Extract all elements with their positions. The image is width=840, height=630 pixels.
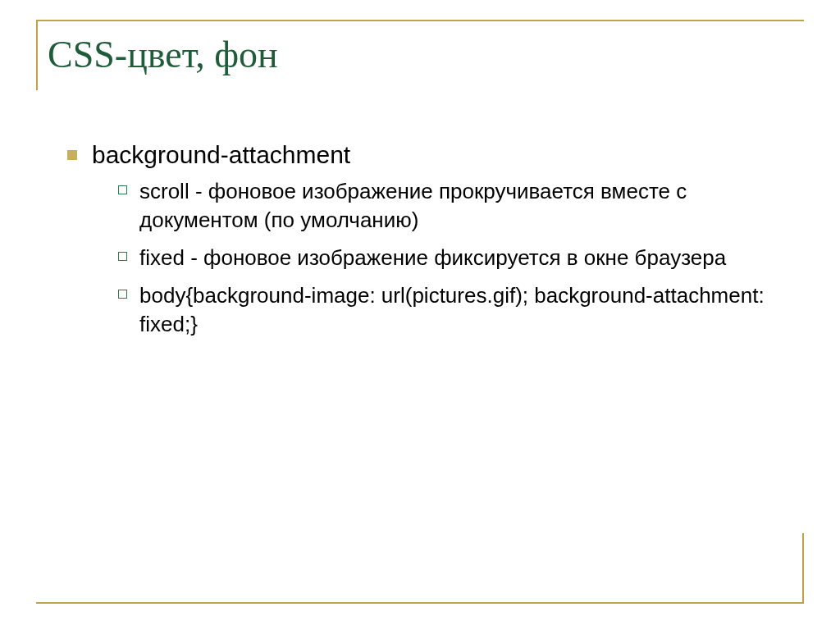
list-item: body{background-image: url(pictures.gif)… <box>116 281 786 338</box>
frame-line-left <box>36 20 38 90</box>
bullet-list-level2: scroll - фоновое изображение прокручивае… <box>92 177 786 338</box>
frame-line-right <box>802 533 804 604</box>
frame-line-bottom <box>36 602 804 604</box>
slide-content: background-attachment scroll - фоновое и… <box>64 139 786 349</box>
list-item: fixed - фоновое изображение фиксируется … <box>116 244 786 272</box>
list-item-label: body{background-image: url(pictures.gif)… <box>139 283 765 336</box>
frame-line-top <box>36 20 804 21</box>
list-item: scroll - фоновое изображение прокручивае… <box>116 177 786 234</box>
list-item-label: scroll - фоновое изображение прокручивае… <box>139 179 687 231</box>
bullet-list-level1: background-attachment scroll - фоновое и… <box>64 139 786 338</box>
slide-title: CSS-цвет, фон <box>48 33 278 76</box>
list-item-label: background-attachment <box>92 141 350 168</box>
slide: CSS-цвет, фон background-attachment scro… <box>0 0 840 630</box>
list-item-label: fixed - фоновое изображение фиксируется … <box>139 245 726 270</box>
list-item: background-attachment scroll - фоновое и… <box>64 139 786 338</box>
